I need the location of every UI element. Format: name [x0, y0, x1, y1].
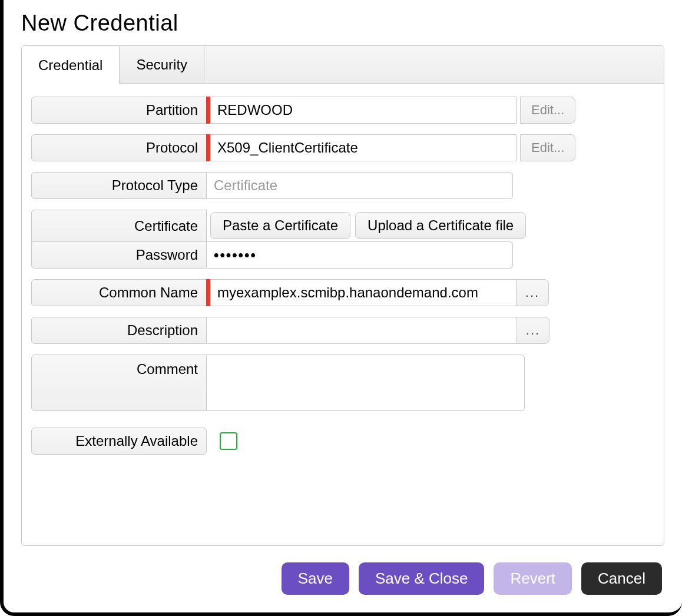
- page-title: New Credential: [21, 11, 664, 36]
- required-mark-icon: [206, 97, 210, 124]
- description-browse-button[interactable]: ...: [517, 317, 549, 344]
- tab-security[interactable]: Security: [120, 46, 204, 83]
- row-certificate: Certificate Paste a Certificate Upload a…: [31, 210, 654, 241]
- label-password: Password: [31, 241, 207, 269]
- protocol-input[interactable]: [210, 134, 517, 161]
- new-credential-dialog: New Credential Credential Security Parti…: [0, 0, 682, 616]
- required-mark-icon: [206, 279, 210, 306]
- row-protocol-type: Protocol Type: [31, 172, 654, 199]
- required-mark-icon: [206, 134, 210, 161]
- tab-credential[interactable]: Credential: [22, 47, 120, 84]
- row-partition: Partition Edit...: [31, 97, 654, 124]
- row-protocol: Protocol Edit...: [31, 134, 654, 161]
- label-common-name: Common Name: [31, 279, 207, 306]
- form-body: Partition Edit... Protocol Edit... Proto…: [22, 84, 664, 545]
- label-description: Description: [31, 317, 207, 344]
- row-externally-available: Externally Available: [31, 428, 654, 455]
- label-protocol-type: Protocol Type: [31, 172, 207, 199]
- dialog-footer: Save Save & Close Revert Cancel: [21, 546, 664, 595]
- common-name-browse-button[interactable]: ...: [516, 279, 549, 306]
- upload-certificate-button[interactable]: Upload a Certificate file: [355, 212, 526, 239]
- row-comment: Comment: [31, 355, 654, 411]
- row-description: Description ...: [31, 317, 654, 344]
- label-externally-available: Externally Available: [31, 428, 207, 455]
- paste-certificate-button[interactable]: Paste a Certificate: [210, 212, 350, 239]
- protocol-type-input: [207, 172, 513, 199]
- partition-edit-button[interactable]: Edit...: [520, 97, 575, 124]
- row-password: Password: [31, 241, 654, 269]
- protocol-edit-button[interactable]: Edit...: [520, 134, 575, 161]
- label-comment: Comment: [31, 355, 207, 411]
- cancel-button[interactable]: Cancel: [581, 562, 662, 595]
- common-name-input[interactable]: [210, 279, 517, 306]
- password-input[interactable]: [207, 241, 513, 269]
- externally-available-checkbox[interactable]: [220, 432, 237, 450]
- save-and-close-button[interactable]: Save & Close: [359, 562, 485, 595]
- partition-input[interactable]: [210, 97, 517, 124]
- label-protocol: Protocol: [31, 134, 207, 161]
- row-common-name: Common Name ...: [31, 279, 654, 306]
- revert-button[interactable]: Revert: [494, 562, 572, 595]
- tabs-container: Credential Security Partition Edit... Pr…: [21, 45, 664, 546]
- label-partition: Partition: [31, 97, 207, 124]
- label-certificate: Certificate: [31, 210, 207, 241]
- description-input[interactable]: [207, 317, 517, 344]
- tabs-bar: Credential Security: [22, 46, 664, 84]
- save-button[interactable]: Save: [282, 562, 349, 595]
- comment-textarea[interactable]: [207, 355, 525, 411]
